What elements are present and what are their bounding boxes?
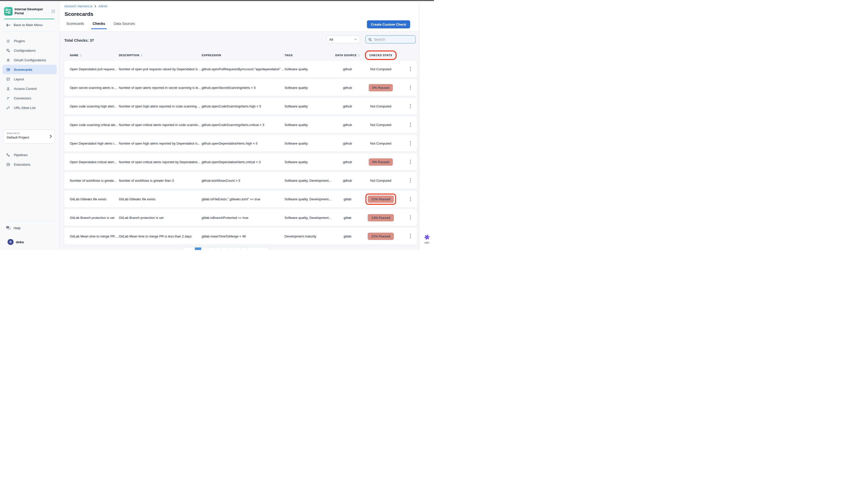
table-row[interactable]: Open code scanning critical ale... Numbe… [64,116,417,133]
sidebar-item-label: URL Allow List [14,106,36,110]
check-description: GitLab Branch protection is set [119,216,202,220]
check-tags: Software quality, Development... [285,216,334,220]
check-description: GitLab Gitleaks file exists [119,197,202,201]
project-name: Default Project [7,136,52,139]
kebab-menu-icon[interactable] [408,66,412,72]
kebab-menu-icon[interactable] [408,122,412,128]
table-row[interactable]: Open secret scanning alerts is ... Numbe… [64,79,417,96]
table-row[interactable]: GitLab Branch protection is set GitLab B… [64,209,417,226]
check-tags: Software quality [285,123,334,127]
app-title: Internal Developer Portal [14,7,44,15]
aida-assistant-button[interactable]: AIDA [424,234,430,244]
table-row[interactable]: Number of workflows is greate... Number … [64,172,417,189]
pagination-page-active[interactable] [194,248,201,250]
column-header-expression: EXPRESSION [202,54,285,57]
kebab-menu-icon[interactable] [408,233,412,239]
checks-stats-value: Not Computed [370,104,391,108]
checks-table: Open Dependabot pull request... Number o… [64,61,417,245]
tab-checks[interactable]: Checks [93,22,105,29]
sidebar-nav: Plugins Configurations [2,36,57,112]
back-to-main-menu[interactable]: Back to Main Menu [6,23,43,27]
user-menu[interactable]: D deba [8,239,24,245]
pagination-bar[interactable] [182,248,269,250]
search-input[interactable] [374,37,409,42]
check-name: GitLab Gitleaks file exists [70,197,119,201]
table-row[interactable]: Open Dependabot high alerts i... Number … [64,135,417,151]
kebab-menu-icon[interactable] [408,140,412,147]
kebab-menu-icon[interactable] [408,84,412,91]
checks-stats-value: 14% Passed [368,214,393,221]
sidebar-item-executions[interactable]: Executions [2,160,57,169]
page-title: Scorecards [65,11,93,17]
tab-scorecards[interactable]: Scorecards [66,22,84,29]
kebab-menu-icon[interactable] [408,159,412,165]
pagination-page[interactable] [221,248,227,250]
check-tags: Development maturity [285,235,334,238]
sidebar-item-configurations[interactable]: Configurations [2,46,57,55]
check-expression: github.workflowsCount > 3 [202,179,285,182]
sort-icon [80,54,82,57]
pagination-page[interactable] [208,248,214,250]
chevron-right-icon [49,135,52,138]
checks-stats-value: 21% Passed [368,233,393,240]
pagination-page[interactable] [201,248,208,250]
kebab-menu-icon[interactable] [408,177,412,184]
connectors-icon [6,96,10,100]
check-description: Number of workflows is greater than 3 [119,179,202,182]
layout-icon [6,77,10,81]
arrow-left-icon [6,23,11,27]
kebab-menu-icon[interactable] [408,214,412,221]
sidebar-item-scorecards[interactable]: Scorecards [2,65,57,74]
annotation-highlight: CHECKS STATS [369,54,392,57]
table-row[interactable]: Open Dependabot critical alert... Number… [64,154,417,170]
user-name: deba [16,240,24,244]
tab-data-sources[interactable]: Data Sources [114,22,135,29]
table-row[interactable]: Open code scanning high alert... Number … [64,98,417,114]
breadcrumb-account-link[interactable]: Account: Harness.io [64,4,92,8]
check-description: Number of open high alerts reported by D… [119,141,202,145]
pagination-page[interactable] [247,248,253,250]
table-row[interactable]: GitLab Gitleaks file exists GitLab Gitle… [64,191,417,207]
column-header-name[interactable]: NAME [70,54,119,57]
column-header-description[interactable]: DESCRIPTION [119,54,202,57]
sidebar-item-connectors[interactable]: Connectors [2,93,57,103]
pagination-page[interactable] [227,248,234,250]
check-expression: github.openCodeScanningAlerts.critical <… [202,123,285,127]
pagination-page[interactable] [234,248,240,250]
window-top-bar [0,0,434,1]
sidebar-item-plugins[interactable]: Plugins [2,36,57,46]
table-row[interactable]: GitLab Mean time to merge PR ... GitLab … [64,228,417,245]
right-gutter: AIDA [420,1,434,250]
create-custom-check-button[interactable]: Create Custom Check [367,20,410,29]
kebab-menu-icon[interactable] [408,103,412,110]
help-button[interactable]: ? Help [6,226,21,230]
sidebar-item-oauth-configurations[interactable]: OAuth Configurations [2,55,57,65]
column-header-data-source[interactable]: DATA SOURCE [334,54,361,57]
table-header-row: NAME DESCRIPTION EXPRESSION TAGS DATA SO… [64,50,417,60]
pagination-page[interactable] [240,248,247,250]
sidebar-item-url-allow-list[interactable]: URL Allow List [2,103,57,112]
check-description: Number of open pull requests raised by D… [119,67,202,71]
brand-underline [4,19,54,19]
check-expression: github.openPullRequestsByAccount."app/de… [202,67,285,71]
kebab-menu-icon[interactable] [408,196,412,202]
sidebar-item-label: Pipelines [14,153,27,157]
check-description: GitLab Mean time to merge PR is less tha… [119,235,202,238]
sidebar-item-access-control[interactable]: Access Control [2,84,57,93]
sidebar-item-pipelines[interactable]: Pipelines [2,150,57,160]
pagination-page[interactable] [214,248,221,250]
check-name: Open code scanning critical ale... [70,123,119,127]
app-grid-icon[interactable] [51,9,55,13]
filter-dropdown[interactable]: All [326,36,360,43]
project-selector[interactable]: PROJECT Default Project [3,129,55,144]
check-expression: gitlab.isBranchProtected == true [202,216,285,220]
breadcrumb-admin-link[interactable]: Admin [99,4,107,8]
pagination-prev[interactable] [182,248,194,250]
table-row[interactable]: Open Dependabot pull request... Number o… [64,61,417,77]
checks-stats-value: 0% Passed [369,158,393,166]
sort-icon [141,54,142,57]
sidebar-item-layout[interactable]: Layout [2,74,57,84]
checks-stats-value: Not Computed [370,123,391,127]
sidebar-divider [4,221,54,221]
search-field [365,35,416,43]
